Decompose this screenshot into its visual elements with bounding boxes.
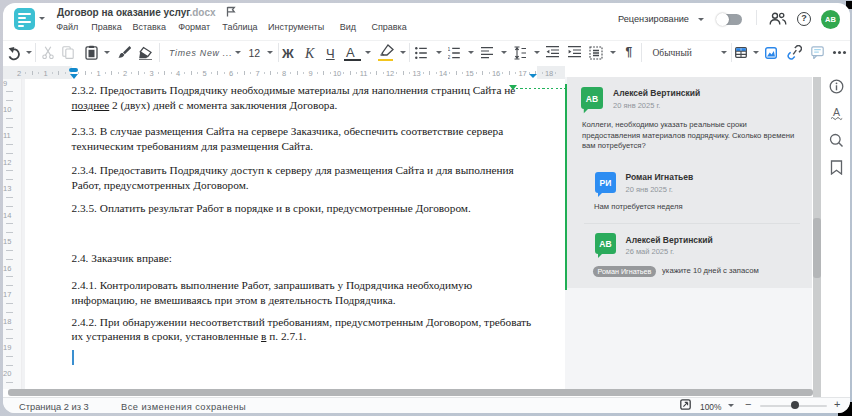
svg-text:АВ: АВ: [599, 239, 611, 249]
svg-text:АВ: АВ: [586, 94, 598, 104]
svg-text:А: А: [833, 106, 840, 118]
svg-text:2: 2: [448, 54, 451, 59]
svg-text:1: 1: [448, 47, 451, 52]
svg-text:РИ: РИ: [600, 178, 612, 188]
